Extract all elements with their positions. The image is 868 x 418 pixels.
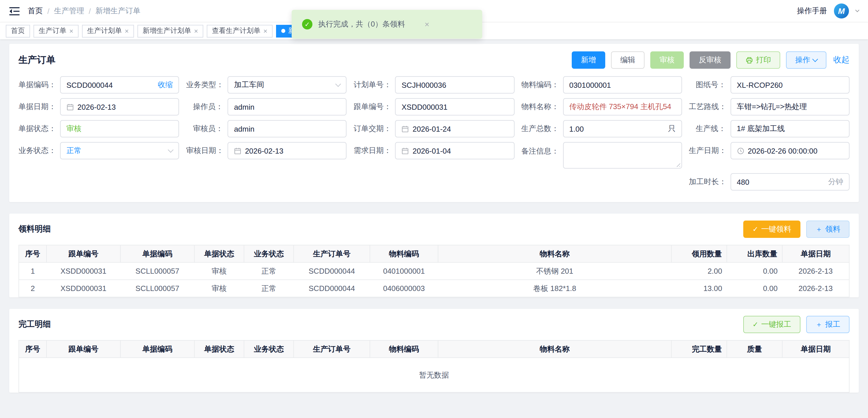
biz-type-select[interactable]: 加工车间 [227, 76, 346, 94]
table-row[interactable]: 1 XSDD000031 SCLL000057 审核 正常 SCDD000044… [19, 262, 849, 280]
col-header: 单据状态 [194, 245, 244, 262]
field-audit-date: 审核日期： 2026-02-13 [186, 142, 346, 159]
material-code-input[interactable]: 0301000001 [563, 76, 682, 94]
close-icon[interactable]: × [425, 20, 429, 29]
requisition-section: 领料明细 ✓ 一键领料 ＋ 领料 [9, 214, 859, 297]
prod-line-input[interactable]: 1# 底架加工线 [731, 120, 849, 137]
cell-order-no: SCDD000044 [294, 280, 370, 297]
close-icon[interactable]: × [194, 27, 198, 34]
field-label: 单据日期： [19, 102, 60, 112]
tab-home[interactable]: 首页 [6, 25, 30, 37]
manual-link[interactable]: 操作手册 [797, 6, 827, 16]
field-process-route: 工艺路线： 车钳=>钻孔=>热处理 [689, 98, 849, 116]
calendar-icon [234, 147, 241, 155]
field-delivery-date: 订单交期： 2026-01-24 [354, 120, 514, 137]
operations-dropdown-button[interactable]: 操作 [786, 52, 827, 69]
col-header: 生产订单号 [294, 340, 370, 358]
add-button[interactable]: 新增 [572, 52, 605, 69]
tab-view-production-plan[interactable]: 查看生产计划单 × [207, 25, 273, 37]
col-header: 质量 [727, 340, 782, 358]
delivery-date-picker[interactable]: 2026-01-24 [395, 120, 514, 137]
doc-code-input[interactable]: SCDD000044 收缩 [60, 76, 179, 94]
field-label: 订单交期： [354, 124, 395, 134]
demand-date-picker[interactable]: 2026-01-04 [395, 142, 514, 159]
calendar-icon [402, 147, 409, 155]
drawing-no-input[interactable]: XL-RCOP260 [731, 76, 849, 94]
cell-req-qty: 13.00 [671, 280, 727, 297]
order-form: 单据编码： SCDD000044 收缩 业务类型： 加工车间 计划单号： [9, 74, 859, 202]
button-label: 报工 [825, 319, 840, 330]
field-label: 物料名称： [521, 102, 563, 112]
completion-section: 完工明细 ✓ 一键报工 ＋ 报工 [9, 309, 859, 393]
section-title: 领料明细 [19, 224, 51, 234]
completion-table: 序号 跟单编号 单据编码 单据状态 业务状态 生产订单号 物料编码 物料名称 完… [19, 340, 849, 393]
edit-button[interactable]: 编辑 [611, 52, 645, 69]
empty-placeholder: 暂无数据 [19, 358, 849, 392]
requisition-table: 序号 跟单编号 单据编码 单据状态 业务状态 生产订单号 物料编码 物料名称 领… [19, 245, 849, 297]
field-biz-status: 业务状态： 正常 [19, 142, 179, 159]
chevron-down-icon[interactable] [855, 8, 859, 12]
app-window: 首页 / 生产管理 / 新增生产订单 操作手册 M 首页 生产订单 × 生产计划… [0, 0, 868, 418]
col-header: 出库数量 [727, 245, 782, 262]
button-label: 一键报工 [761, 319, 791, 330]
field-label: 业务类型： [186, 80, 227, 90]
unaudit-button[interactable]: 反审核 [689, 52, 731, 69]
field-label: 审核日期： [186, 146, 227, 156]
add-requisition-button[interactable]: ＋ 领料 [806, 221, 849, 238]
close-icon[interactable]: × [69, 27, 73, 34]
breadcrumb-section[interactable]: 生产管理 [54, 6, 84, 16]
cell-material-name: 卷板 182*1.8 [438, 280, 671, 297]
doc-code-link[interactable]: SCLL000057 [120, 280, 194, 297]
cell-track-no: XSDD000031 [46, 280, 120, 297]
process-route-input[interactable]: 车钳=>钻孔=>热处理 [731, 98, 849, 116]
tab-production-order[interactable]: 生产订单 × [33, 25, 79, 37]
avatar[interactable]: M [834, 3, 849, 19]
order-actions: 新增 编辑 审核 反审核 打印 操作 [572, 52, 849, 69]
table-header-row: 序号 跟单编号 单据编码 单据状态 业务状态 生产订单号 物料编码 物料名称 完… [19, 340, 849, 358]
remark-textarea[interactable] [563, 142, 682, 169]
col-header: 物料名称 [438, 340, 671, 358]
audit-date-picker[interactable]: 2026-02-13 [227, 142, 346, 159]
menu-fold-icon[interactable] [9, 7, 20, 15]
tab-new-production-plan[interactable]: 新增生产计划单 × [137, 25, 203, 37]
field-prod-line: 生产线： 1# 底架加工线 [689, 120, 849, 137]
auditor-input[interactable]: admin [227, 120, 346, 137]
collapse-panel-link[interactable]: 收起 [833, 55, 849, 65]
cell-seq: 1 [19, 262, 46, 280]
requisition-header: 领料明细 ✓ 一键领料 ＋ 领料 [9, 214, 859, 245]
chevron-down-icon [336, 81, 341, 87]
col-header: 单据编码 [120, 245, 194, 262]
shrink-link[interactable]: 收缩 [158, 80, 173, 90]
plan-no-input[interactable]: SCJH000036 [395, 76, 514, 94]
field-label: 计划单号： [354, 80, 395, 90]
doc-code-link[interactable]: SCLL000057 [120, 262, 194, 280]
material-name-input[interactable]: 传动皮轮件 735×794 主机孔54 [563, 98, 682, 116]
cell-track-no: XSDD000031 [46, 262, 120, 280]
doc-status-input[interactable]: 审核 [60, 120, 179, 137]
operator-input[interactable]: admin [227, 98, 346, 116]
close-icon[interactable]: × [125, 27, 129, 34]
prod-date-picker[interactable]: 2026-02-26 00:00:00 [731, 142, 849, 159]
col-header: 单据状态 [194, 340, 244, 358]
table-row[interactable]: 2 XSDD000031 SCLL000057 审核 正常 SCDD000044… [19, 280, 849, 297]
field-plan-no: 计划单号： SCJH000036 [354, 76, 514, 94]
one-click-requisition-button[interactable]: ✓ 一键领料 [743, 221, 800, 238]
breadcrumb-home[interactable]: 首页 [28, 6, 43, 16]
biz-status-select[interactable]: 正常 [60, 142, 179, 159]
track-no-input[interactable]: XSDD000031 [395, 98, 514, 116]
tab-label: 首页 [11, 26, 25, 36]
toast-message: 执行完成，共（0）条领料 [318, 19, 405, 29]
operations-label: 操作 [795, 55, 810, 65]
doc-date-picker[interactable]: 2026-02-13 [60, 98, 179, 116]
col-header: 物料编码 [370, 245, 438, 262]
tab-production-plan[interactable]: 生产计划单 × [82, 25, 134, 37]
col-header: 跟单编号 [46, 245, 120, 262]
audit-button[interactable]: 审核 [650, 52, 684, 69]
one-click-report-button[interactable]: ✓ 一键报工 [743, 316, 800, 333]
total-qty-input[interactable]: 1.00 只 [563, 120, 682, 137]
duration-input[interactable]: 480 分钟 [731, 173, 849, 191]
print-button[interactable]: 打印 [736, 52, 780, 69]
table-header-row: 序号 跟单编号 单据编码 单据状态 业务状态 生产订单号 物料编码 物料名称 领… [19, 245, 849, 262]
close-icon[interactable]: × [264, 27, 268, 34]
add-report-button[interactable]: ＋ 报工 [806, 316, 849, 333]
